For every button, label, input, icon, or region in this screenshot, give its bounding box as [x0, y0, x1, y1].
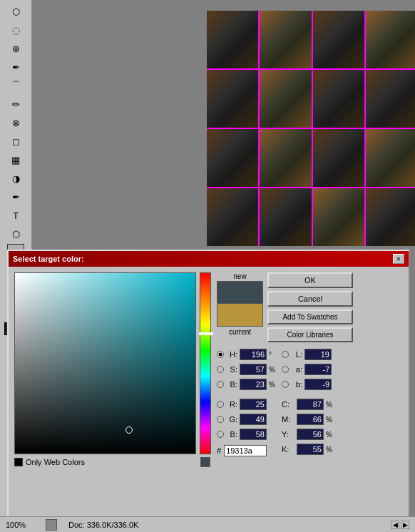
cyan-input[interactable]	[297, 399, 324, 410]
tool-type[interactable]: T	[7, 207, 24, 224]
dialog-body: Only Web Colors new curre	[9, 267, 409, 526]
yellow-row: Y: %	[282, 428, 334, 441]
a-radio[interactable]	[282, 366, 289, 373]
canvas-area	[32, 0, 415, 250]
yellow-label: Y:	[282, 430, 294, 439]
hex-row: #	[217, 445, 277, 456]
picker-cursor	[125, 426, 133, 434]
blue-input[interactable]	[240, 429, 267, 440]
add-to-swatches-button[interactable]: Add To Swatches	[267, 310, 353, 324]
tool-clone[interactable]: ⊗	[7, 114, 24, 131]
tool-gradient[interactable]: ▦	[7, 151, 24, 168]
picker-left-col: Only Web Colors	[14, 272, 196, 521]
cyan-row: C: %	[282, 398, 334, 411]
hex-label: #	[217, 446, 221, 455]
blue-label: B:	[226, 430, 237, 439]
tile	[313, 11, 364, 68]
black-label: K:	[282, 445, 294, 454]
tool-brush[interactable]: ✏	[7, 96, 24, 113]
red-input[interactable]	[240, 399, 267, 410]
color-libraries-button[interactable]: Color Libraries	[267, 327, 353, 342]
doc-info: Doc: 336.0K/336.0K	[68, 521, 379, 529]
tile	[313, 129, 364, 187]
nav-next-button[interactable]: ▶	[401, 521, 409, 529]
hue-radio[interactable]	[217, 351, 224, 358]
color-values: H: ° S: % B:	[217, 348, 403, 456]
magenta-input[interactable]	[297, 414, 324, 425]
tile-grid	[207, 11, 415, 246]
opacity-preview	[200, 457, 210, 467]
tool-eraser[interactable]: ◻	[7, 133, 24, 150]
yellow-input[interactable]	[297, 429, 324, 440]
tile	[260, 70, 311, 128]
tile	[366, 70, 415, 128]
l-input[interactable]	[304, 349, 332, 360]
ok-button[interactable]: OK	[267, 272, 353, 288]
statusbar: 100% Doc: 336.0K/336.0K ◀ ▶	[0, 516, 415, 532]
tool-healing[interactable]: ⌒	[7, 77, 24, 94]
only-web-colors-checkbox[interactable]	[14, 458, 23, 466]
dialog-close-button[interactable]: ×	[393, 254, 404, 264]
l-label: L:	[291, 350, 302, 359]
zoom-level: 100%	[6, 521, 34, 529]
cyan-label: C:	[282, 400, 294, 409]
black-row: K: %	[282, 443, 334, 456]
picker-left: Only Web Colors	[14, 272, 211, 521]
only-web-colors-row: Only Web Colors	[14, 458, 196, 466]
a-input[interactable]	[304, 364, 332, 375]
blue-radio[interactable]	[217, 431, 224, 438]
color-picker-dialog: Select target color: × Only Web Colors	[7, 250, 410, 528]
gradient-dark-layer	[15, 273, 195, 454]
black-input[interactable]	[297, 444, 324, 455]
green-radio[interactable]	[217, 416, 224, 423]
brightness-input[interactable]	[240, 379, 267, 390]
current-color-swatch	[217, 304, 263, 327]
color-gradient-picker[interactable]	[14, 272, 196, 454]
saturation-label: S:	[226, 365, 237, 374]
hue-label: H:	[226, 350, 237, 359]
tile	[207, 70, 258, 128]
hue-slider[interactable]	[200, 272, 211, 454]
b-row: b:	[282, 378, 334, 391]
green-row: G:	[217, 413, 277, 426]
saturation-input[interactable]	[240, 364, 267, 375]
b-input[interactable]	[304, 379, 332, 390]
hue-slider-container	[200, 272, 211, 521]
tile	[207, 11, 258, 68]
hue-thumb	[199, 332, 213, 335]
canvas-image	[207, 11, 415, 246]
tile	[366, 11, 415, 68]
brightness-radio[interactable]	[217, 381, 224, 388]
blue-row: B:	[217, 428, 277, 441]
tool-dodge[interactable]: ◑	[7, 170, 24, 187]
b-radio[interactable]	[282, 381, 289, 388]
tool-crop[interactable]: ⊕	[7, 40, 24, 57]
cancel-button[interactable]: Cancel	[267, 291, 353, 307]
l-radio[interactable]	[282, 351, 289, 358]
tile	[366, 188, 415, 246]
tool-path[interactable]: ⬡	[7, 225, 24, 242]
tool-lasso[interactable]: ◌	[7, 21, 24, 39]
saturation-row: S: %	[217, 363, 277, 376]
dialog-title: Select target color:	[13, 255, 84, 263]
tool-eyedropper[interactable]: ✒	[7, 58, 24, 76]
nav-prev-button[interactable]: ◀	[391, 521, 399, 529]
tool-marquee[interactable]: ⬡	[7, 3, 24, 20]
brightness-label: B:	[226, 380, 237, 389]
saturation-radio[interactable]	[217, 366, 224, 373]
l-row: L:	[282, 348, 334, 361]
new-color-swatch	[217, 281, 263, 304]
right-top: new current OK Cancel Add To Swatches Co…	[217, 272, 403, 342]
hue-input[interactable]	[240, 349, 267, 360]
tile	[313, 70, 364, 128]
tool-pen[interactable]: ✒	[7, 188, 24, 205]
dialog-right: new current OK Cancel Add To Swatches Co…	[217, 272, 403, 521]
red-radio[interactable]	[217, 401, 224, 408]
hsb-rgb-col: H: ° S: % B:	[217, 348, 277, 456]
only-web-colors-label: Only Web Colors	[26, 458, 85, 466]
green-input[interactable]	[240, 414, 267, 425]
current-label: current	[229, 328, 251, 336]
tile	[260, 11, 311, 68]
hex-input[interactable]	[224, 445, 267, 456]
color-preview: new current	[217, 272, 263, 342]
